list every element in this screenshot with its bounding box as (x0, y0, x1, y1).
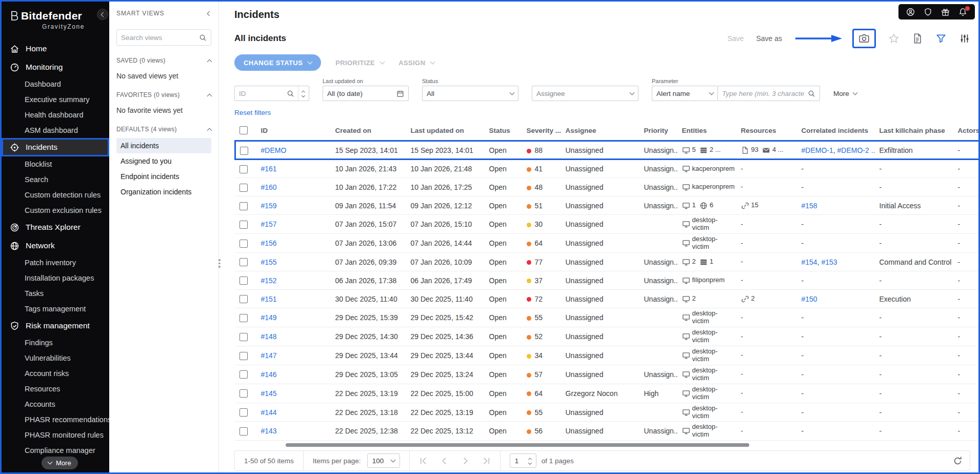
sidebar-item-home[interactable]: Home (2, 40, 109, 58)
sidebar-item-network[interactable]: Network (2, 236, 109, 255)
table-row[interactable]: #16110 Jan 2026, 21:4310 Jan 2026, 21:48… (235, 160, 979, 178)
panel-resize-handle[interactable] (217, 259, 222, 268)
page-number-input-box[interactable] (510, 453, 536, 468)
table-row[interactable]: #16010 Jan 2026, 17:2210 Jan 2026, 17:25… (235, 178, 979, 196)
table-row[interactable]: #14829 Dec 2025, 14:3029 Dec 2025, 14:36… (235, 327, 979, 346)
column-header-entities[interactable]: Entities (678, 122, 737, 141)
id-stepper[interactable] (298, 86, 305, 101)
prioritize-button[interactable]: PRIORITIZE (335, 59, 384, 67)
incident-id-link[interactable]: #151 (261, 295, 277, 303)
row-checkbox[interactable] (239, 165, 248, 173)
sidebar-item-account-risks[interactable]: Account risks (2, 366, 109, 381)
row-checkbox[interactable] (239, 240, 248, 248)
section-header-saved-0-views[interactable]: SAVED (0 views) (116, 57, 211, 64)
table-row[interactable]: #14929 Dec 2025, 15:3929 Dec 2025, 15:42… (235, 308, 979, 327)
reset-filters-link[interactable]: Reset filters (234, 109, 271, 116)
column-header-created-on[interactable]: Created on (331, 122, 407, 141)
sidebar-item-tags-management[interactable]: Tags management (2, 301, 109, 317)
row-checkbox[interactable] (239, 352, 248, 360)
user-icon[interactable] (906, 8, 915, 16)
sidebar-item-executive-summary[interactable]: Executive summary (2, 92, 109, 107)
next-page-button[interactable] (461, 457, 470, 465)
save-button[interactable]: Save (727, 34, 744, 43)
favorite-star-button[interactable] (888, 33, 899, 44)
id-filter-input[interactable] (239, 90, 283, 97)
horizontal-scrollbar[interactable] (234, 443, 970, 447)
incident-id-link[interactable]: #159 (261, 202, 277, 210)
previous-page-button[interactable] (440, 457, 449, 465)
row-checkbox[interactable] (239, 389, 248, 398)
incident-id-link[interactable]: #152 (261, 276, 277, 285)
sidebar-item-compliance-manager[interactable]: Compliance manager (2, 443, 109, 458)
export-report-button[interactable] (912, 33, 923, 44)
table-row[interactable]: #14729 Dec 2025, 13:4429 Dec 2025, 13:44… (235, 346, 979, 365)
sidebar-item-custom-detection-rules[interactable]: Custom detection rules (2, 187, 109, 203)
column-header-last-updated-on[interactable]: Last updated on (407, 122, 485, 141)
page-number-input[interactable] (515, 457, 526, 465)
select-all-checkbox[interactable] (239, 126, 248, 134)
search-views-input[interactable] (121, 34, 196, 42)
section-header-defaults-4-views[interactable]: DEFAULTS (4 views) (116, 126, 211, 133)
row-checkbox[interactable] (239, 333, 248, 341)
table-row[interactable]: #14322 Dec 2025, 12:3822 Dec 2025, 13:12… (235, 422, 979, 441)
sidebar-item-monitoring[interactable]: Monitoring (2, 58, 109, 76)
row-checkbox[interactable] (239, 408, 248, 417)
sidebar-item-risk-management[interactable]: Risk management (2, 317, 109, 335)
sidebar-item-resources[interactable]: Resources (2, 381, 109, 397)
view-item-endpoint-incidents[interactable]: Endpoint incidents (116, 169, 211, 184)
table-row[interactable]: #14629 Dec 2025, 13:0529 Dec 2025, 13:24… (235, 365, 979, 384)
column-header-actors[interactable]: Actors (954, 122, 979, 141)
page-stepper[interactable] (529, 458, 531, 464)
save-as-button[interactable]: Save as (756, 34, 782, 43)
correlated-incident-link[interactable]: #DEMO-2 ... (837, 146, 875, 154)
parameter-select[interactable]: Alert name (652, 86, 717, 101)
incident-id-link[interactable]: #148 (261, 332, 277, 341)
incident-id-link[interactable]: #160 (261, 183, 277, 191)
correlated-incident-link[interactable]: #150 (802, 295, 817, 303)
sidebar-item-vulnerabilities[interactable]: Vulnerabilities (2, 350, 109, 366)
first-page-button[interactable] (419, 457, 428, 465)
sidebar-item-tasks[interactable]: Tasks (2, 286, 109, 301)
shield-icon[interactable] (924, 8, 932, 16)
status-filter[interactable]: All (422, 86, 518, 101)
incident-id-link[interactable]: #145 (261, 389, 277, 398)
row-checkbox[interactable] (239, 221, 248, 229)
incident-id-link[interactable]: #155 (261, 258, 277, 266)
sidebar-item-phasr-recommendations[interactable]: PHASR recommendations (2, 412, 109, 427)
sidebar-item-search[interactable]: Search (2, 172, 109, 187)
table-row[interactable]: #14422 Dec 2025, 13:1822 Dec 2025, 13:19… (235, 403, 979, 422)
table-row[interactable]: #15206 Jan 2026, 17:3806 Jan 2026, 17:49… (235, 271, 979, 290)
refresh-button[interactable] (953, 456, 963, 466)
table-row[interactable]: #15130 Dec 2025, 11:4030 Dec 2025, 11:40… (235, 290, 979, 308)
incident-id-link[interactable]: #144 (261, 408, 277, 417)
search-views-box[interactable] (116, 29, 211, 46)
view-item-assigned-to-you[interactable]: Assigned to you (116, 153, 211, 169)
table-row[interactable]: #15507 Jan 2026, 09:3907 Jan 2026, 10:09… (235, 253, 979, 271)
table-row[interactable]: #14522 Dec 2025, 13:1922 Dec 2025, 15:00… (235, 384, 979, 403)
column-header-severity[interactable]: Severity ... (523, 122, 562, 141)
row-checkbox[interactable] (239, 427, 248, 436)
incident-id-link[interactable]: #149 (261, 313, 277, 322)
row-checkbox[interactable] (239, 184, 248, 192)
parameter-search[interactable] (717, 86, 820, 101)
sidebar-item-custom-exclusion-rules[interactable]: Custom exclusion rules (2, 203, 109, 218)
row-checkbox[interactable] (240, 147, 248, 155)
id-filter[interactable] (234, 86, 309, 101)
column-header-correlated-incidents[interactable]: Correlated incidents (797, 122, 875, 141)
gift-icon[interactable] (941, 8, 950, 16)
row-checkbox[interactable] (239, 202, 248, 210)
more-filters-button[interactable]: More (833, 86, 857, 101)
table-row[interactable]: #DEMO15 Sep 2023, 14:0115 Sep 2023, 14:0… (235, 141, 979, 160)
view-item-all-incidents[interactable]: All incidents (116, 138, 211, 153)
change-status-button[interactable]: CHANGE STATUS (234, 54, 321, 71)
column-header-assignee[interactable]: Assignee (562, 122, 640, 141)
sidebar-item-dashboard[interactable]: Dashboard (2, 76, 109, 92)
bell-icon[interactable] (958, 8, 967, 16)
sidebar-item-installation-packages[interactable]: Installation packages (2, 270, 109, 286)
incident-id-link[interactable]: #161 (261, 165, 277, 173)
incident-id-link[interactable]: #DEMO (261, 146, 287, 154)
row-checkbox[interactable] (239, 295, 248, 303)
assignee-filter[interactable]: Assignee (532, 86, 638, 101)
parameter-search-input[interactable] (722, 90, 804, 97)
incident-id-link[interactable]: #143 (261, 427, 277, 435)
